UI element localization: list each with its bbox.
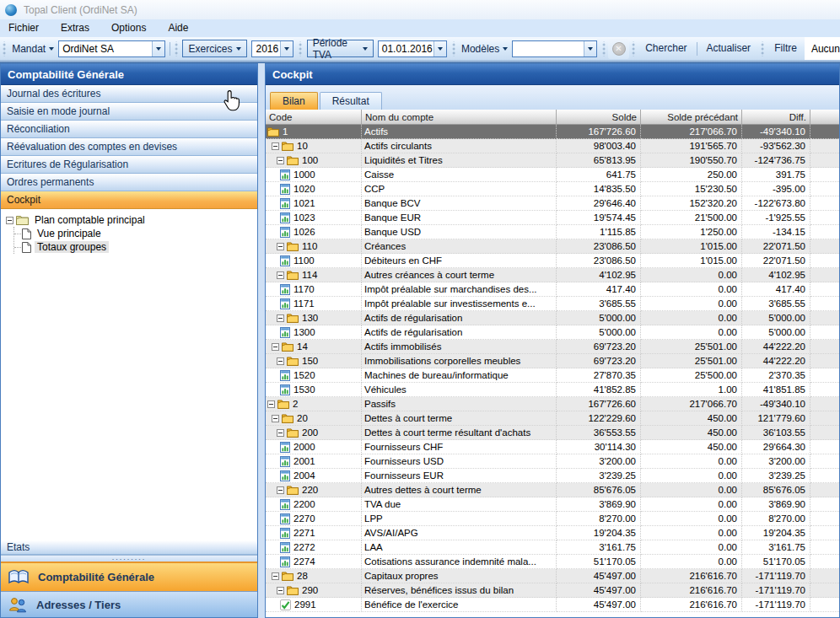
nav-button-comptabilite-generale[interactable]: Comptabilité Générale <box>1 562 257 591</box>
table-row[interactable]: 220Autres dettes à court terme85'676.050… <box>266 483 839 497</box>
toolbar-grip[interactable] <box>299 41 302 56</box>
table-row[interactable]: 114Autres créances à court terme4'102.95… <box>266 268 839 282</box>
expander-icon[interactable] <box>272 572 279 580</box>
sidebar-item-ecritures-de-regularisation[interactable]: Ecritures de Régularisation <box>1 156 257 174</box>
table-row[interactable]: 1171Impôt préalable sur investissements … <box>266 297 839 311</box>
table-row[interactable]: 100Liquidités et Titres65'813.95190'550.… <box>266 153 839 168</box>
tree-item-vue-principale[interactable]: Vue principale <box>14 227 257 240</box>
menu-options[interactable]: Options <box>100 19 157 37</box>
table-row[interactable]: 2271AVS/AI/APG19'204.350.0019'204.35 <box>266 526 839 540</box>
column-header-code[interactable]: Code <box>266 110 362 124</box>
exercices-button[interactable]: Exercices <box>182 40 247 57</box>
mandat-combobox[interactable]: OrdiNet SA <box>58 40 165 57</box>
nav-button-adresses-tiers[interactable]: Adresses / Tiers <box>1 591 257 617</box>
expander-icon[interactable] <box>277 357 284 365</box>
expander-icon[interactable] <box>277 314 284 322</box>
table-row[interactable]: 14Actifs immobilisés69'723.2025'501.0044… <box>266 340 839 354</box>
expander-icon[interactable] <box>277 429 284 437</box>
table-row[interactable]: 1026Banque USD1'115.851'250.00-134.15 <box>266 225 839 239</box>
toolbar-grip[interactable] <box>602 41 606 56</box>
expander-icon[interactable] <box>277 587 284 594</box>
modeles-combo-button[interactable] <box>584 41 596 56</box>
table-row[interactable]: 200Dettes à court terme résultant d'acha… <box>266 426 839 440</box>
tree-item-totaux-groupes[interactable]: Totaux groupes <box>14 240 257 254</box>
table-row[interactable]: 150Immobilisations corporelles meubles69… <box>266 354 839 368</box>
expander-icon[interactable] <box>6 217 13 224</box>
table-row[interactable]: 2991Bénéfice de l'exercice45'497.00216'6… <box>266 598 839 612</box>
account-code: 1000 <box>293 169 315 180</box>
row-filler <box>810 483 839 497</box>
sidebar-item-journal-des-ecritures[interactable]: Journal des écritures <box>1 85 257 103</box>
expander-icon[interactable] <box>267 400 275 408</box>
expander-icon[interactable] <box>272 415 279 422</box>
menu-fichier[interactable]: Fichier <box>0 19 50 37</box>
table-row[interactable]: 1530Véhicules41'852.851.0041'851.85 <box>266 383 839 397</box>
table-row[interactable]: 2272LAA3'161.750.003'161.75 <box>266 540 839 555</box>
table-row[interactable]: 2200TVA due3'869.900.003'869.90 <box>266 497 839 512</box>
tree-root-plan-comptable[interactable]: Plan comptable principal <box>6 213 257 227</box>
table-row[interactable]: 28Capitaux propres45'497.00216'616.70-17… <box>266 569 839 583</box>
menu-aide[interactable]: Aide <box>157 19 199 37</box>
table-row[interactable]: 1Actifs167'726.60217'066.70-49'340.10 <box>266 125 839 139</box>
table-row[interactable]: 2270LPP8'270.000.008'270.00 <box>266 512 839 526</box>
table-row[interactable]: 1520Machines de bureau/informatique27'87… <box>266 368 839 383</box>
table-row[interactable]: 1000Caisse641.75250.00391.75 <box>266 168 839 182</box>
expander-icon[interactable] <box>277 486 284 494</box>
table-row[interactable]: 2004Fournisseurs EUR3'239.250.003'239.25 <box>266 469 839 483</box>
table-row[interactable]: 1170Impôt préalable sur marchandises des… <box>266 282 839 297</box>
table-row[interactable]: 2001Fournisseurs USD3'200.000.003'200.00 <box>266 454 839 469</box>
menu-extras[interactable]: Extras <box>50 19 100 37</box>
table-row[interactable]: 130Actifs de régularisation5'000.000.005… <box>266 311 839 325</box>
table-row[interactable]: 20Dettes à court terme122'229.60450.0012… <box>266 411 839 426</box>
sidebar-item-saisie-en-mode-journal[interactable]: Saisie en mode journal <box>1 103 257 121</box>
expander-icon[interactable] <box>272 142 279 150</box>
solde-precedant-value: 1'015.00 <box>641 254 742 268</box>
chart-icon <box>280 298 290 309</box>
table-row[interactable]: 1100Débiteurs en CHF23'086.501'015.0022'… <box>266 254 839 268</box>
periode-tva-combobox[interactable]: 01.01.2016 <box>378 40 447 57</box>
exercices-combo-button[interactable] <box>280 41 293 56</box>
toolbar-grip[interactable] <box>632 41 635 56</box>
exercices-combobox[interactable]: 2016 <box>251 40 293 57</box>
mandat-dropdown[interactable]: Mandat <box>8 43 56 55</box>
column-header-diff[interactable]: Diff. <box>742 110 810 124</box>
expander-icon[interactable] <box>277 243 284 250</box>
sidebar-item-reevaluation-des-comptes[interactable]: Réévaluation des comptes en devises <box>1 138 257 156</box>
sidebar-item-cockpit[interactable]: Cockpit <box>1 191 257 209</box>
toolbar-grip[interactable] <box>452 41 455 56</box>
table-row[interactable]: 10Actifs circulants98'003.40191'565.70-9… <box>266 139 839 153</box>
modeles-dropdown[interactable]: Modèles <box>458 43 509 55</box>
modeles-combobox[interactable] <box>512 40 597 57</box>
clear-circle-icon[interactable]: ✕ <box>612 42 626 56</box>
column-header-solde-precedant[interactable]: Solde précédant <box>641 110 742 124</box>
column-header-nom-du-compte[interactable]: Nom du compte <box>362 110 557 124</box>
table-row[interactable]: 1021Banque BCV29'646.40152'320.20-122'67… <box>266 196 839 211</box>
table-row[interactable]: 110Créances23'086.501'015.0022'071.50 <box>266 239 839 254</box>
chercher-button[interactable]: Chercher <box>638 40 694 57</box>
tab-resultat[interactable]: Résultat <box>320 92 382 110</box>
periode-tva-combo-button[interactable] <box>433 41 446 56</box>
column-header-solde[interactable]: Solde <box>557 110 641 124</box>
sidebar-splitter[interactable]: ......... <box>1 555 257 562</box>
table-row[interactable]: 1023Banque EUR19'574.4521'500.00-1'925.5… <box>266 211 839 225</box>
table-row[interactable]: 1300Actifs de régularisation5'000.000.00… <box>266 325 839 340</box>
solde-precedant-value: 25'501.00 <box>641 340 742 354</box>
toolbar-grip[interactable] <box>3 41 6 56</box>
mandat-combo-button[interactable] <box>152 41 164 56</box>
expander-icon[interactable] <box>272 343 279 351</box>
tab-bilan[interactable]: Bilan <box>270 92 318 110</box>
toolbar-grip[interactable] <box>761 41 764 56</box>
table-row[interactable]: 1020CCP14'835.5015'230.50-395.00 <box>266 182 839 196</box>
expander-icon[interactable] <box>277 157 284 164</box>
table-row[interactable]: 290Réserves, bénéfices issus du bilan45'… <box>266 583 839 598</box>
table-row[interactable]: 2274Cotisations assurance indemnité mala… <box>266 555 839 569</box>
expander-icon[interactable] <box>277 271 284 279</box>
filtre-button[interactable]: Filtre <box>767 40 805 57</box>
table-row[interactable]: 2000Fournisseurs CHF30'114.30450.0029'66… <box>266 440 839 454</box>
sidebar-item-reconciliation[interactable]: Réconciliation <box>1 121 257 138</box>
sidebar-item-ordres-permanents[interactable]: Ordres permanents <box>1 174 257 191</box>
table-row[interactable]: 2Passifs167'726.60217'066.70-49'340.10 <box>266 397 839 411</box>
actualiser-button[interactable]: Actualiser <box>698 40 758 57</box>
periode-tva-button[interactable]: Période TVA <box>307 40 374 57</box>
toolbar-grip[interactable] <box>175 41 178 56</box>
